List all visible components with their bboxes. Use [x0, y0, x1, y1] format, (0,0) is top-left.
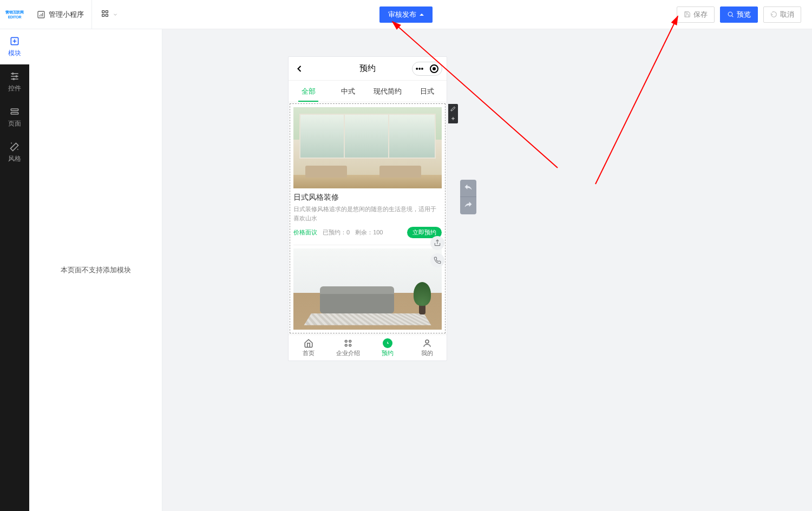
cancel-label: 取消 [780, 10, 794, 19]
preview-button[interactable]: 预览 [720, 6, 758, 23]
chart-icon [37, 10, 45, 19]
cancel-button[interactable]: 取消 [763, 6, 801, 23]
wechat-capsule[interactable]: ••• [412, 62, 442, 76]
editor-canvas[interactable]: 预约 ••• 全部 中式 现代简约 日式 [162, 29, 812, 511]
svg-point-15 [345, 340, 347, 342]
redo-button[interactable] [460, 197, 476, 214]
history-floater [460, 180, 476, 214]
clock-icon [383, 338, 392, 348]
svg-point-19 [425, 340, 429, 343]
undo-icon [770, 11, 777, 18]
left-rail: 模块 控件 页面 风格 [0, 29, 29, 511]
undo-arrow-icon [464, 184, 473, 193]
redo-arrow-icon [464, 201, 473, 210]
tab-modern[interactable]: 现代简约 [368, 81, 407, 102]
rail-label: 模块 [0, 49, 29, 58]
rail-item-modules[interactable]: 模块 [0, 29, 29, 64]
svg-point-16 [349, 340, 351, 342]
call-button[interactable] [430, 253, 444, 267]
more-icon: ••• [416, 65, 424, 73]
tabbar-label: 企业介绍 [336, 349, 360, 357]
card-price: 价格面议 [293, 228, 317, 237]
svg-rect-4 [106, 14, 108, 16]
category-tabs: 全部 中式 现代简约 日式 [289, 81, 447, 102]
tabbar-booking[interactable]: 预约 [368, 335, 407, 361]
pencil-icon [450, 106, 456, 112]
home-icon [304, 338, 313, 348]
brand-logo: 营销互联网 EDITOR [0, 10, 29, 19]
rail-item-style[interactable]: 风格 [0, 135, 29, 170]
target-icon [430, 64, 438, 73]
pages-icon [9, 106, 20, 117]
phone-preview: 预约 ••• 全部 中式 现代简约 日式 [288, 56, 447, 361]
svg-point-12 [13, 78, 14, 80]
svg-point-5 [728, 12, 732, 16]
module-panel-empty-text: 本页面不支持添加模块 [61, 265, 131, 275]
tabbar-about[interactable]: 企业介绍 [328, 335, 368, 361]
svg-rect-13 [11, 109, 18, 110]
block-toolbar [448, 104, 458, 123]
tab-japanese[interactable]: 日式 [407, 81, 447, 102]
top-bar: 营销互联网 EDITOR 管理小程序 审核发布 保存 预览 取消 [0, 0, 812, 29]
audit-publish-button[interactable]: 审核发布 [379, 6, 433, 23]
module-panel: 本页面不支持添加模块 [29, 29, 162, 511]
plus-icon [450, 116, 456, 121]
svg-rect-14 [11, 113, 18, 114]
booking-card[interactable] [293, 248, 442, 330]
sliders-icon [9, 71, 20, 82]
edit-block-button[interactable] [448, 104, 458, 114]
audit-publish-label: 审核发布 [388, 10, 416, 19]
save-label: 保存 [693, 10, 708, 19]
svg-rect-2 [106, 10, 108, 12]
booking-card[interactable]: 日式风格装修 日式装修风格追求的是悠闲的随意的生活意境，适用于喜欢山水 价格面议… [293, 107, 442, 245]
share-icon [434, 239, 441, 247]
tabbar-mine[interactable]: 我的 [407, 335, 447, 361]
card-remain-stat: 剩余：100 [355, 228, 383, 237]
user-icon [422, 338, 432, 348]
bottom-tabbar: 首页 企业介绍 预约 我的 [289, 335, 447, 361]
card-image [293, 248, 442, 330]
svg-rect-3 [102, 14, 104, 16]
svg-point-18 [349, 344, 351, 346]
rail-label: 页面 [0, 119, 29, 128]
plus-square-icon [9, 36, 20, 47]
card-booked-stat: 已预约：0 [323, 228, 350, 237]
card-title: 日式风格装修 [293, 193, 442, 202]
grid-icon [343, 338, 353, 348]
add-block-button[interactable] [448, 114, 458, 123]
card-description: 日式装修风格追求的是悠闲的随意的生活意境，适用于喜欢山水 [293, 205, 442, 222]
app-grid-button[interactable] [92, 0, 127, 29]
magic-wand-icon [9, 141, 20, 152]
undo-button[interactable] [460, 180, 476, 197]
card-float-actions [430, 236, 444, 267]
tabbar-label: 首页 [303, 349, 315, 357]
tab-chinese[interactable]: 中式 [328, 81, 368, 102]
search-icon [727, 11, 734, 18]
manage-miniprogram-link[interactable]: 管理小程序 [29, 0, 92, 29]
manage-miniprogram-label: 管理小程序 [49, 10, 84, 19]
tabbar-home[interactable]: 首页 [289, 335, 328, 361]
svg-point-11 [16, 76, 17, 77]
card-footer: 价格面议 已预约：0 剩余：100 立即预约 [293, 227, 442, 238]
tabbar-label: 预约 [382, 349, 394, 357]
phone-icon [434, 257, 441, 264]
rail-label: 控件 [0, 84, 29, 93]
save-icon [684, 11, 691, 18]
tabbar-label: 我的 [421, 349, 433, 357]
triangle-up-icon [420, 14, 424, 16]
rail-label: 风格 [0, 154, 29, 163]
rail-item-widgets[interactable]: 控件 [0, 64, 29, 100]
tab-all[interactable]: 全部 [289, 81, 328, 102]
booking-list[interactable]: 日式风格装修 日式装修风格追求的是悠闲的随意的生活意境，适用于喜欢山水 价格面议… [290, 103, 446, 333]
chevron-down-icon [113, 12, 118, 17]
svg-rect-1 [102, 10, 104, 12]
phone-nav-bar: 预约 ••• [289, 57, 447, 81]
svg-point-17 [345, 344, 347, 346]
svg-point-10 [12, 73, 14, 75]
save-button[interactable]: 保存 [677, 6, 715, 23]
share-button[interactable] [430, 236, 444, 250]
preview-label: 预览 [737, 10, 751, 19]
card-image [293, 107, 442, 188]
grid-icon [101, 9, 109, 20]
rail-item-pages[interactable]: 页面 [0, 100, 29, 135]
